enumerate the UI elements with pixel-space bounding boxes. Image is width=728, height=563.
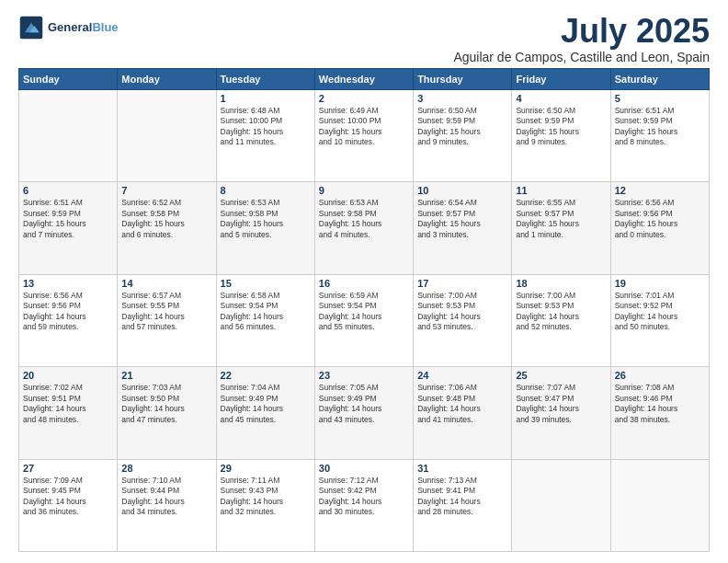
day-number: 7 (121, 185, 211, 196)
day-info: Sunrise: 6:53 AM Sunset: 9:58 PM Dayligh… (221, 198, 311, 240)
day-info: Sunrise: 7:11 AM Sunset: 9:43 PM Dayligh… (221, 476, 311, 518)
day-number: 12 (615, 185, 705, 196)
calendar-cell: 25Sunrise: 7:07 AM Sunset: 9:47 PM Dayli… (512, 367, 610, 459)
calendar-cell: 19Sunrise: 7:01 AM Sunset: 9:52 PM Dayli… (610, 274, 709, 366)
calendar-cell: 31Sunrise: 7:13 AM Sunset: 9:41 PM Dayli… (414, 459, 512, 551)
day-info: Sunrise: 7:06 AM Sunset: 9:48 PM Dayligh… (417, 383, 507, 425)
calendar-cell: 15Sunrise: 6:58 AM Sunset: 9:54 PM Dayli… (216, 274, 314, 366)
day-number: 26 (615, 370, 705, 381)
calendar-cell: 27Sunrise: 7:09 AM Sunset: 9:45 PM Dayli… (19, 459, 118, 551)
day-info: Sunrise: 6:50 AM Sunset: 9:59 PM Dayligh… (417, 106, 507, 148)
day-info: Sunrise: 6:53 AM Sunset: 9:58 PM Dayligh… (319, 198, 409, 240)
day-number: 28 (121, 463, 211, 474)
calendar-week-row: 6Sunrise: 6:51 AM Sunset: 9:59 PM Daylig… (19, 182, 710, 274)
location-title: Aguilar de Campos, Castille and Leon, Sp… (453, 50, 710, 64)
weekday-header: Sunday (19, 69, 118, 90)
day-info: Sunrise: 7:01 AM Sunset: 9:52 PM Dayligh… (615, 291, 705, 333)
day-info: Sunrise: 6:55 AM Sunset: 9:57 PM Dayligh… (516, 198, 606, 240)
calendar-table: SundayMondayTuesdayWednesdayThursdayFrid… (18, 68, 710, 552)
weekday-header: Monday (118, 69, 216, 90)
calendar-cell: 10Sunrise: 6:54 AM Sunset: 9:57 PM Dayli… (414, 182, 512, 274)
day-number: 14 (121, 278, 211, 289)
page: GeneralBlue July 2025 Aguilar de Campos,… (0, 0, 728, 563)
logo-icon (18, 15, 44, 40)
day-number: 29 (221, 463, 311, 474)
day-number: 20 (23, 370, 113, 381)
day-number: 19 (615, 278, 705, 289)
calendar-cell (512, 459, 610, 551)
day-number: 1 (221, 93, 311, 104)
calendar-cell (118, 90, 216, 182)
day-info: Sunrise: 7:08 AM Sunset: 9:46 PM Dayligh… (615, 383, 705, 425)
day-number: 18 (516, 278, 606, 289)
day-info: Sunrise: 7:05 AM Sunset: 9:49 PM Dayligh… (319, 383, 409, 425)
day-number: 13 (23, 278, 113, 289)
calendar-cell: 30Sunrise: 7:12 AM Sunset: 9:42 PM Dayli… (314, 459, 413, 551)
day-info: Sunrise: 6:57 AM Sunset: 9:55 PM Dayligh… (121, 291, 211, 333)
weekday-header: Thursday (414, 69, 512, 90)
day-info: Sunrise: 7:03 AM Sunset: 9:50 PM Dayligh… (121, 383, 211, 425)
day-number: 10 (417, 185, 507, 196)
day-info: Sunrise: 6:49 AM Sunset: 10:00 PM Daylig… (319, 106, 409, 148)
calendar-cell: 5Sunrise: 6:51 AM Sunset: 9:59 PM Daylig… (610, 90, 709, 182)
calendar-cell: 22Sunrise: 7:04 AM Sunset: 9:49 PM Dayli… (216, 367, 314, 459)
day-number: 30 (319, 463, 409, 474)
weekday-header: Saturday (610, 69, 709, 90)
day-info: Sunrise: 6:48 AM Sunset: 10:00 PM Daylig… (221, 106, 311, 148)
weekday-header: Wednesday (314, 69, 413, 90)
title-block: July 2025 Aguilar de Campos, Castille an… (453, 15, 710, 64)
day-number: 8 (221, 185, 311, 196)
day-info: Sunrise: 6:58 AM Sunset: 9:54 PM Dayligh… (221, 291, 311, 333)
calendar-cell: 11Sunrise: 6:55 AM Sunset: 9:57 PM Dayli… (512, 182, 610, 274)
header: GeneralBlue July 2025 Aguilar de Campos,… (18, 15, 710, 64)
calendar-cell: 26Sunrise: 7:08 AM Sunset: 9:46 PM Dayli… (610, 367, 709, 459)
logo: GeneralBlue (18, 15, 119, 40)
day-number: 4 (516, 93, 606, 104)
calendar-cell: 8Sunrise: 6:53 AM Sunset: 9:58 PM Daylig… (216, 182, 314, 274)
calendar-cell: 1Sunrise: 6:48 AM Sunset: 10:00 PM Dayli… (216, 90, 314, 182)
calendar-cell: 2Sunrise: 6:49 AM Sunset: 10:00 PM Dayli… (314, 90, 413, 182)
calendar-cell: 16Sunrise: 6:59 AM Sunset: 9:54 PM Dayli… (314, 274, 413, 366)
day-info: Sunrise: 7:00 AM Sunset: 9:53 PM Dayligh… (417, 291, 507, 333)
day-number: 9 (319, 185, 409, 196)
day-info: Sunrise: 7:12 AM Sunset: 9:42 PM Dayligh… (319, 476, 409, 518)
day-info: Sunrise: 6:50 AM Sunset: 9:59 PM Dayligh… (516, 106, 606, 148)
day-number: 5 (615, 93, 705, 104)
calendar-cell: 9Sunrise: 6:53 AM Sunset: 9:58 PM Daylig… (314, 182, 413, 274)
calendar-week-row: 13Sunrise: 6:56 AM Sunset: 9:56 PM Dayli… (19, 274, 710, 366)
calendar-cell: 29Sunrise: 7:11 AM Sunset: 9:43 PM Dayli… (216, 459, 314, 551)
weekday-header: Friday (512, 69, 610, 90)
day-number: 2 (319, 93, 409, 104)
day-number: 25 (516, 370, 606, 381)
day-number: 16 (319, 278, 409, 289)
day-info: Sunrise: 6:51 AM Sunset: 9:59 PM Dayligh… (615, 106, 705, 148)
day-number: 24 (417, 370, 507, 381)
day-number: 23 (319, 370, 409, 381)
calendar-week-row: 20Sunrise: 7:02 AM Sunset: 9:51 PM Dayli… (19, 367, 710, 459)
calendar-cell: 14Sunrise: 6:57 AM Sunset: 9:55 PM Dayli… (118, 274, 216, 366)
calendar-cell: 21Sunrise: 7:03 AM Sunset: 9:50 PM Dayli… (118, 367, 216, 459)
day-info: Sunrise: 7:00 AM Sunset: 9:53 PM Dayligh… (516, 291, 606, 333)
day-info: Sunrise: 7:07 AM Sunset: 9:47 PM Dayligh… (516, 383, 606, 425)
calendar-cell: 24Sunrise: 7:06 AM Sunset: 9:48 PM Dayli… (414, 367, 512, 459)
day-info: Sunrise: 7:04 AM Sunset: 9:49 PM Dayligh… (221, 383, 311, 425)
day-number: 3 (417, 93, 507, 104)
month-title: July 2025 (453, 15, 710, 48)
day-number: 11 (516, 185, 606, 196)
calendar-cell: 3Sunrise: 6:50 AM Sunset: 9:59 PM Daylig… (414, 90, 512, 182)
calendar-cell: 23Sunrise: 7:05 AM Sunset: 9:49 PM Dayli… (314, 367, 413, 459)
logo-text: GeneralBlue (48, 20, 119, 35)
day-info: Sunrise: 6:56 AM Sunset: 9:56 PM Dayligh… (23, 291, 113, 333)
day-number: 22 (221, 370, 311, 381)
day-info: Sunrise: 7:13 AM Sunset: 9:41 PM Dayligh… (417, 476, 507, 518)
weekday-header: Tuesday (216, 69, 314, 90)
calendar-cell (610, 459, 709, 551)
day-number: 21 (121, 370, 211, 381)
calendar-cell: 13Sunrise: 6:56 AM Sunset: 9:56 PM Dayli… (19, 274, 118, 366)
day-info: Sunrise: 6:56 AM Sunset: 9:56 PM Dayligh… (615, 198, 705, 240)
calendar-week-row: 1Sunrise: 6:48 AM Sunset: 10:00 PM Dayli… (19, 90, 710, 182)
day-info: Sunrise: 7:02 AM Sunset: 9:51 PM Dayligh… (23, 383, 113, 425)
calendar-cell: 7Sunrise: 6:52 AM Sunset: 9:58 PM Daylig… (118, 182, 216, 274)
calendar-cell: 4Sunrise: 6:50 AM Sunset: 9:59 PM Daylig… (512, 90, 610, 182)
calendar-cell: 20Sunrise: 7:02 AM Sunset: 9:51 PM Dayli… (19, 367, 118, 459)
